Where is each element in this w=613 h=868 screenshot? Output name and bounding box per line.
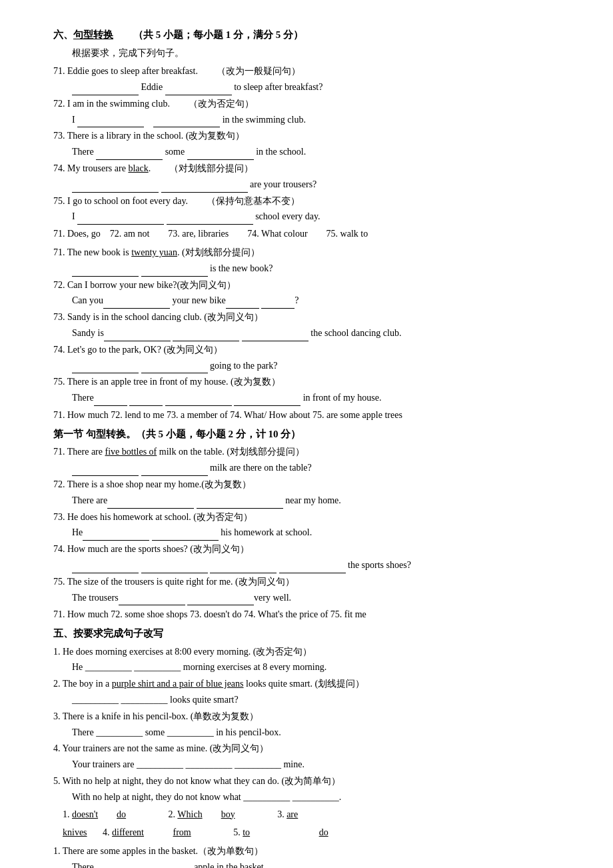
answers-row-3: 71. How much 72. some shoe shops 73. doe…	[53, 607, 573, 623]
item-74: 74. My trousers are black. （对划线部分提问） are…	[53, 161, 573, 193]
answers-row-1: 71. Does, go 72. am not 73. are, librari…	[53, 226, 573, 242]
item-s4: 4. Your trainers are not the same as min…	[53, 741, 573, 773]
item-6b-73: 73. Sandy is in the school dancing club.…	[53, 309, 573, 341]
section-6-instruction: 根据要求，完成下列句子。	[72, 45, 573, 61]
answers-row-2: 71. How much 72. lend to me 73. a member…	[53, 407, 573, 423]
item-6b-72: 72. Can I borrow your new bike?(改为同义句） C…	[53, 277, 573, 309]
answers-row-4b: knives 4. different from 5. to do	[63, 825, 573, 841]
item-71: 71. Eddie goes to sleep after breakfast.…	[53, 63, 573, 95]
section-6-title: 六、句型转换 （共 5 小题；每小题 1 分，满分 5 分）	[53, 27, 573, 44]
main-content: 六、句型转换 （共 5 小题；每小题 1 分，满分 5 分） 根据要求，完成下列…	[53, 27, 573, 868]
section-last: 1. There are some apples in the basket.（…	[53, 843, 573, 868]
section-first: 第一节 句型转换。（共 5 小题，每小题 2 分，计 10 分） 71. The…	[53, 426, 573, 623]
item-s3: 3. There is a knife in his pencil-box. (…	[53, 709, 573, 741]
item-f71: 71. There are five bottles of milk on th…	[53, 444, 573, 476]
item-f73: 73. He does his homework at school. (改为否…	[53, 509, 573, 541]
answers-row-4a: 1. doesn't do 2. Which boy 3. are	[63, 807, 573, 823]
item-73: 73. There is a library in the school. (改…	[53, 128, 573, 160]
section-6: 六、句型转换 （共 5 小题；每小题 1 分，满分 5 分） 根据要求，完成下列…	[53, 27, 573, 242]
item-72: 72. I am in the swimming club. （改为否定句） I…	[53, 96, 573, 128]
section-5-title: 五、按要求完成句子改写	[53, 625, 573, 643]
item-6b-75: 75. There is an apple tree in front of m…	[53, 374, 573, 406]
item-f74: 74. How much are the sports shoes? (改为同义…	[53, 541, 573, 573]
item-l1: 1. There are some apples in the basket.（…	[53, 843, 573, 868]
section-first-title: 第一节 句型转换。（共 5 小题，每小题 2 分，计 10 分）	[53, 426, 573, 443]
item-s5: 5. With no help at night, they do not kn…	[53, 773, 573, 805]
item-f72: 72. There is a shoe shop near my home.(改…	[53, 477, 573, 509]
item-f75: 75. The size of the trousers is quite ri…	[53, 574, 573, 606]
item-75: 75. I go to school on foot every day. （保…	[53, 193, 573, 225]
item-s2: 2. The boy in a purple shirt and a pair …	[53, 676, 573, 708]
section-5: 五、按要求完成句子改写 1. He does morning exercises…	[53, 625, 573, 841]
section-6b: 71. The new book is twenty yuan. (对划线部分提…	[53, 245, 573, 423]
item-s1: 1. He does morning exercises at 8:00 eve…	[53, 644, 573, 676]
item-6b-74: 74. Let's go to the park, OK? (改为同义句） go…	[53, 342, 573, 374]
item-6b-71: 71. The new book is twenty yuan. (对划线部分提…	[53, 245, 573, 277]
